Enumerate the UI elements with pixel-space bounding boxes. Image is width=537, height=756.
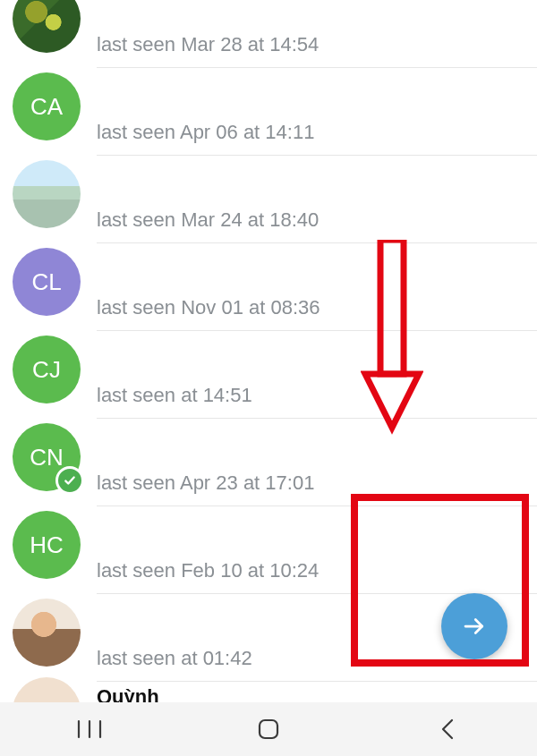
- contact-row[interactable]: CL last seen Nov 01 at 08:36: [0, 238, 537, 326]
- contact-status: last seen at 14:51: [97, 383, 526, 409]
- contact-row[interactable]: last seen Mar 28 at 14:54: [0, 0, 537, 63]
- avatar-initials: CN: [13, 423, 81, 491]
- recent-apps-icon: [76, 719, 103, 739]
- avatar-photo: [13, 599, 81, 667]
- contact-status: last seen Apr 23 at 17:01: [97, 471, 526, 497]
- selected-check-icon: [55, 466, 84, 495]
- contact-info: last seen Apr 06 at 14:11: [97, 58, 537, 156]
- contact-row[interactable]: CN last seen Apr 23 at 17:01: [0, 413, 537, 501]
- contact-row[interactable]: CA last seen Apr 06 at 14:11: [0, 63, 537, 150]
- contact-list[interactable]: last seen Mar 28 at 14:54 CA last seen A…: [0, 0, 537, 702]
- contact-info: last seen at 14:51: [97, 321, 537, 419]
- avatar-photo: [13, 0, 81, 53]
- contact-info: last seen Feb 10 at 10:24: [97, 497, 537, 594]
- contact-info: last seen Apr 23 at 17:01: [97, 409, 537, 506]
- home-icon: [257, 718, 280, 741]
- android-nav-bar: [0, 702, 537, 756]
- contact-status: last seen Apr 06 at 14:11: [97, 120, 526, 146]
- contact-info: last seen Mar 24 at 18:40: [97, 146, 537, 243]
- back-button[interactable]: [394, 708, 501, 751]
- arrow-right-icon: [461, 613, 488, 640]
- contact-row[interactable]: last seen Mar 24 at 18:40: [0, 150, 537, 238]
- avatar-initials-text: CN: [30, 444, 64, 471]
- app-root: last seen Mar 28 at 14:54 CA last seen A…: [0, 0, 537, 756]
- contact-info: Quỳnh: [97, 676, 537, 702]
- contact-status: last seen Mar 24 at 18:40: [97, 208, 526, 234]
- contact-status: last seen Feb 10 at 10:24: [97, 558, 526, 584]
- home-button[interactable]: [215, 708, 322, 751]
- contact-row[interactable]: CJ last seen at 14:51: [0, 326, 537, 413]
- contact-row[interactable]: Quỳnh: [0, 676, 537, 702]
- contact-name: Quỳnh: [97, 685, 526, 702]
- avatar-initials: HC: [13, 511, 81, 579]
- back-icon: [439, 718, 456, 741]
- contact-status: last seen Mar 28 at 14:54: [97, 32, 526, 58]
- avatar-photo: [13, 677, 81, 702]
- contact-info: last seen Nov 01 at 08:36: [97, 234, 537, 331]
- recent-apps-button[interactable]: [36, 708, 143, 751]
- contact-row[interactable]: HC last seen Feb 10 at 10:24: [0, 501, 537, 589]
- svg-rect-6: [260, 720, 277, 738]
- contact-status: last seen Nov 01 at 08:36: [97, 295, 526, 321]
- avatar-initials: CA: [13, 72, 81, 140]
- avatar-initials: CL: [13, 248, 81, 316]
- avatar-initials: CJ: [13, 336, 81, 403]
- avatar-photo: [13, 160, 81, 228]
- next-fab[interactable]: [441, 593, 507, 659]
